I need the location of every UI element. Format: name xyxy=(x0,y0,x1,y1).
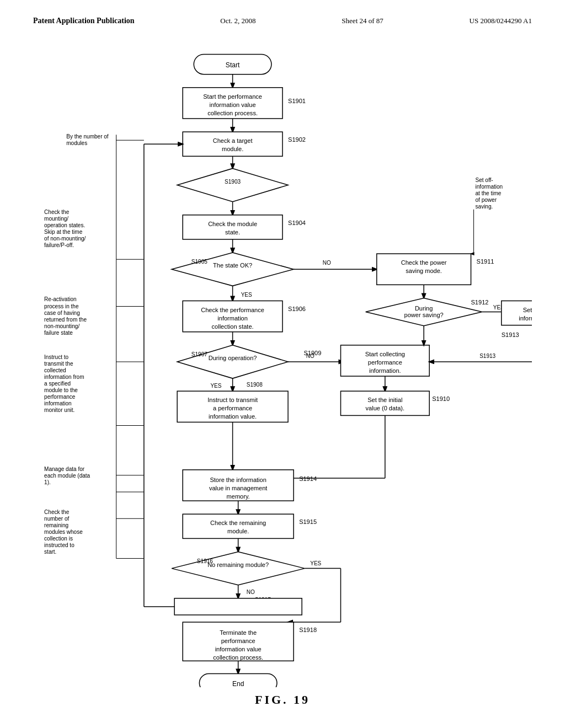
svg-text:modules whose: modules whose xyxy=(44,529,83,535)
svg-text:During operation?: During operation? xyxy=(209,355,257,361)
header-sheet: Sheet 24 of 87 xyxy=(342,17,383,25)
svg-text:collected: collected xyxy=(44,367,66,373)
svg-text:information.: information. xyxy=(369,367,401,374)
svg-text:information value.: information value. xyxy=(209,413,257,420)
svg-text:start.: start. xyxy=(44,549,56,555)
svg-text:S1905: S1905 xyxy=(191,259,207,265)
svg-text:S1916: S1916 xyxy=(197,558,213,564)
svg-text:performance: performance xyxy=(44,394,76,400)
svg-text:YES: YES xyxy=(241,292,252,298)
svg-text:Check the power: Check the power xyxy=(401,259,447,266)
diagram-area: Start Start the performance information … xyxy=(33,47,532,687)
svg-text:S1911: S1911 xyxy=(477,258,494,265)
svg-text:value in management: value in management xyxy=(209,485,267,491)
svg-text:instructed to: instructed to xyxy=(44,542,74,548)
svg-text:Instruct to: Instruct to xyxy=(44,354,68,360)
svg-text:1).: 1). xyxy=(44,479,51,485)
svg-text:S1918: S1918 xyxy=(299,627,317,633)
svg-text:S1912: S1912 xyxy=(471,299,489,306)
svg-text:mounting/: mounting/ xyxy=(44,216,68,222)
svg-text:Start the performance: Start the performance xyxy=(203,93,262,100)
svg-text:During: During xyxy=(415,305,433,312)
svg-text:information: information xyxy=(217,315,248,322)
svg-marker-53 xyxy=(177,345,288,378)
svg-text:S1902: S1902 xyxy=(288,136,306,143)
svg-text:failure state: failure state xyxy=(44,330,73,336)
svg-text:Start: Start xyxy=(226,61,240,69)
svg-text:Instruct to transmit: Instruct to transmit xyxy=(207,397,258,403)
svg-text:case of having: case of having xyxy=(44,310,80,316)
svg-text:Check the module: Check the module xyxy=(208,221,257,227)
svg-text:Start collecting: Start collecting xyxy=(365,351,405,357)
svg-marker-33 xyxy=(172,253,294,286)
svg-text:End: End xyxy=(232,680,244,687)
svg-text:Set the initial: Set the initial xyxy=(367,397,402,403)
header-patent-number: US 2008/0244290 A1 xyxy=(470,17,532,25)
svg-text:information value: information value xyxy=(210,101,256,108)
svg-text:module.: module. xyxy=(227,528,249,534)
svg-text:non-mounting/: non-mounting/ xyxy=(44,323,79,329)
svg-text:S1915: S1915 xyxy=(299,518,317,525)
svg-text:failure/P-off.: failure/P-off. xyxy=(44,242,74,248)
svg-text:a specified: a specified xyxy=(44,381,71,387)
svg-text:transmit the: transmit the xyxy=(44,361,73,367)
svg-text:NO: NO xyxy=(323,260,331,266)
svg-text:Terminate the: Terminate the xyxy=(220,629,257,636)
svg-text:No remaining module?: No remaining module? xyxy=(207,561,269,568)
svg-text:information: information xyxy=(476,184,503,190)
page-header: Patent Application Publication Oct. 2, 2… xyxy=(33,17,532,25)
svg-text:Re-activation: Re-activation xyxy=(44,296,77,302)
svg-text:modules: modules xyxy=(66,140,87,146)
svg-text:of non-mounting/: of non-mounting/ xyxy=(44,235,86,242)
page: Patent Application Publication Oct. 2, 2… xyxy=(0,0,565,728)
svg-text:at the time: at the time xyxy=(476,190,502,196)
svg-text:module.: module. xyxy=(222,146,243,152)
svg-text:Set P-off: Set P-off xyxy=(523,307,532,313)
svg-text:information: information xyxy=(44,400,72,406)
svg-text:performance: performance xyxy=(368,359,402,366)
svg-text:S1903: S1903 xyxy=(225,179,241,185)
svg-text:monitor unit.: monitor unit. xyxy=(44,407,74,413)
svg-rect-147 xyxy=(174,598,302,615)
svg-text:The state OK?: The state OK? xyxy=(213,262,252,269)
svg-text:each module (data: each module (data xyxy=(44,473,90,479)
svg-text:By the number of: By the number of xyxy=(66,133,109,140)
svg-text:memory.: memory. xyxy=(227,493,250,500)
svg-text:process in the: process in the xyxy=(44,303,79,309)
svg-text:number of: number of xyxy=(44,516,69,522)
svg-text:remaining: remaining xyxy=(44,522,68,528)
svg-text:S1913: S1913 xyxy=(502,331,519,338)
svg-text:Check a target: Check a target xyxy=(213,137,253,144)
svg-text:value (0 data).: value (0 data). xyxy=(366,405,405,411)
svg-text:Check the: Check the xyxy=(44,209,70,215)
figure-label: FIG. 19 xyxy=(33,693,532,707)
svg-text:NO: NO xyxy=(247,589,255,595)
svg-text:power saving?: power saving? xyxy=(404,312,444,318)
svg-text:Check the: Check the xyxy=(44,509,70,515)
svg-text:S1909: S1909 xyxy=(303,350,321,356)
svg-text:operation states.: operation states. xyxy=(44,222,85,228)
svg-text:Skip at the time: Skip at the time xyxy=(44,229,83,235)
header-publication-type: Patent Application Publication xyxy=(33,17,135,25)
svg-text:S1906: S1906 xyxy=(288,306,306,312)
svg-text:Set off-: Set off- xyxy=(476,177,493,183)
header-date: Oct. 2, 2008 xyxy=(220,17,255,25)
svg-text:S1904: S1904 xyxy=(288,220,306,226)
svg-text:S1907: S1907 xyxy=(191,351,207,357)
svg-text:Check the remaining: Check the remaining xyxy=(210,520,266,526)
svg-text:collection process.: collection process. xyxy=(207,110,258,116)
svg-text:YES: YES xyxy=(310,560,321,566)
svg-text:S1901: S1901 xyxy=(288,98,306,104)
svg-text:collection is: collection is xyxy=(44,536,73,542)
svg-text:S1914: S1914 xyxy=(299,475,317,482)
svg-text:YES: YES xyxy=(210,383,221,389)
svg-marker-19 xyxy=(177,168,288,201)
svg-text:of power: of power xyxy=(476,197,497,203)
svg-text:information from: information from xyxy=(44,374,84,380)
svg-text:performance: performance xyxy=(221,638,255,644)
svg-text:S1913: S1913 xyxy=(479,353,495,359)
svg-text:saving mode.: saving mode. xyxy=(406,267,442,274)
svg-text:state.: state. xyxy=(225,229,240,235)
svg-text:returned from the: returned from the xyxy=(44,317,87,323)
svg-text:information.: information. xyxy=(519,315,532,322)
